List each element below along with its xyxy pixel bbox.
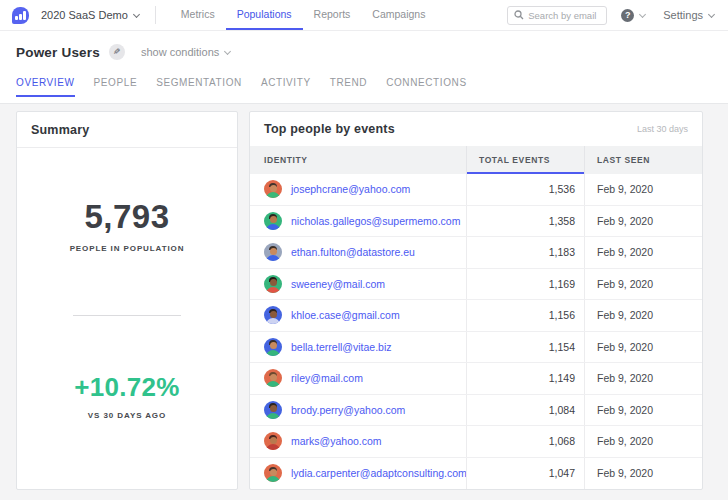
population-title: Power Users [16, 45, 100, 60]
identity-cell: brody.perry@yahoo.com [250, 395, 466, 426]
identity-cell: bella.terrell@vitae.biz [250, 332, 466, 363]
total-events-cell: 1,183 [466, 237, 584, 268]
show-conditions-toggle[interactable]: show conditions [141, 46, 230, 58]
person-email-link[interactable]: josephcrane@yahoo.com [291, 183, 410, 195]
top-navbar: 2020 SaaS Demo MetricsPopulationsReports… [0, 0, 728, 31]
identity-cell: sweeney@mail.com [250, 269, 466, 300]
table-row: riley@mail.com1,149Feb 9, 2020 [250, 363, 702, 395]
tab-overview[interactable]: OVERVIEW [16, 77, 75, 97]
search-input[interactable] [528, 10, 600, 21]
tab-segmentation[interactable]: SEGMENTATION [156, 77, 242, 97]
total-events-cell: 1,154 [466, 332, 584, 363]
person-email-link[interactable]: brody.perry@yahoo.com [291, 404, 405, 416]
column-header-total-events[interactable]: TOTAL EVENTS [466, 146, 584, 174]
chevron-down-icon [224, 47, 231, 54]
navbar-divider [155, 6, 156, 24]
bar-chart-icon [15, 16, 18, 20]
tab-activity[interactable]: ACTIVITY [261, 77, 311, 97]
table-row: lydia.carpenter@adaptconsulting.com1,047… [250, 458, 702, 490]
settings-menu[interactable]: Settings [663, 0, 714, 30]
column-header-identity[interactable]: IDENTITY [250, 146, 466, 174]
chevron-down-icon [708, 10, 715, 17]
column-header-last-seen[interactable]: LAST SEEN [584, 146, 702, 174]
last-seen-cell: Feb 9, 2020 [584, 332, 702, 363]
last-seen-cell: Feb 9, 2020 [584, 174, 702, 205]
account-switcher[interactable]: 2020 SaaS Demo [41, 0, 139, 30]
person-email-link[interactable]: ethan.fulton@datastore.eu [291, 246, 415, 258]
tab-trend[interactable]: TREND [330, 77, 367, 97]
table-row: ethan.fulton@datastore.eu1,183Feb 9, 202… [250, 237, 702, 269]
account-name: 2020 SaaS Demo [41, 9, 128, 21]
person-email-link[interactable]: marks@yahoo.com [291, 435, 382, 447]
help-icon: ? [621, 9, 634, 22]
avatar [264, 401, 282, 419]
identity-cell: nicholas.gallegos@supermemo.com [250, 206, 466, 237]
total-events-cell: 1,358 [466, 206, 584, 237]
summary-body: 5,793 PEOPLE IN POPULATION +10.72% VS 30… [17, 198, 237, 420]
nav-item-metrics[interactable]: Metrics [170, 0, 226, 30]
app-logo[interactable] [12, 7, 29, 24]
chevron-down-icon [639, 10, 646, 17]
last-seen-cell: Feb 9, 2020 [584, 458, 702, 490]
total-events-cell: 1,068 [466, 426, 584, 457]
total-events-cell: 1,169 [466, 269, 584, 300]
avatar [264, 180, 282, 198]
population-change: +10.72% [17, 372, 237, 403]
main-content: Summary 5,793 PEOPLE IN POPULATION +10.7… [0, 104, 728, 490]
population-count: 5,793 [17, 198, 237, 236]
total-events-cell: 1,084 [466, 395, 584, 426]
person-email-link[interactable]: sweeney@mail.com [291, 278, 385, 290]
avatar [264, 338, 282, 356]
avatar [264, 275, 282, 293]
table-row: bella.terrell@vitae.biz1,154Feb 9, 2020 [250, 332, 702, 364]
page-header: 2020 SaaS Demo MetricsPopulationsReports… [0, 0, 728, 104]
population-change-label: VS 30 DAYS AGO [17, 411, 237, 420]
table-header: IDENTITYTOTAL EVENTSLAST SEEN [250, 146, 702, 174]
avatar [264, 243, 282, 261]
person-email-link[interactable]: bella.terrell@vitae.biz [291, 341, 392, 353]
nav-item-campaigns[interactable]: Campaigns [361, 0, 436, 30]
last-seen-cell: Feb 9, 2020 [584, 300, 702, 331]
last-seen-cell: Feb 9, 2020 [584, 269, 702, 300]
total-events-cell: 1,149 [466, 363, 584, 394]
person-email-link[interactable]: nicholas.gallegos@supermemo.com [291, 215, 460, 227]
person-email-link[interactable]: riley@mail.com [291, 372, 363, 384]
population-count-label: PEOPLE IN POPULATION [17, 244, 237, 253]
total-events-cell: 1,156 [466, 300, 584, 331]
last-seen-cell: Feb 9, 2020 [584, 237, 702, 268]
summary-divider [73, 315, 181, 316]
identity-cell: ethan.fulton@datastore.eu [250, 237, 466, 268]
pencil-icon: ✎ [113, 48, 121, 57]
person-email-link[interactable]: lydia.carpenter@adaptconsulting.com [291, 467, 466, 479]
person-email-link[interactable]: khloe.case@gmail.com [291, 309, 400, 321]
top-people-title: Top people by events [264, 122, 395, 136]
summary-panel: Summary 5,793 PEOPLE IN POPULATION +10.7… [16, 111, 238, 490]
nav-item-populations[interactable]: Populations [226, 0, 303, 30]
top-people-panel: Top people by events Last 30 days IDENTI… [249, 111, 703, 490]
avatar [264, 432, 282, 450]
chevron-down-icon [133, 10, 140, 17]
tab-people[interactable]: PEOPLE [94, 77, 138, 97]
identity-cell: riley@mail.com [250, 363, 466, 394]
summary-title: Summary [31, 123, 89, 137]
table-row: nicholas.gallegos@supermemo.com1,358Feb … [250, 206, 702, 238]
population-header: Power Users ✎ show conditions [0, 43, 728, 61]
avatar [264, 464, 282, 482]
tab-connections[interactable]: CONNECTIONS [386, 77, 467, 97]
identity-cell: lydia.carpenter@adaptconsulting.com [250, 458, 466, 490]
table-body: josephcrane@yahoo.com1,536Feb 9, 2020nic… [250, 174, 702, 489]
edit-population-button[interactable]: ✎ [109, 44, 125, 60]
primary-nav: MetricsPopulationsReportsCampaigns [170, 0, 437, 30]
table-row: josephcrane@yahoo.com1,536Feb 9, 2020 [250, 174, 702, 206]
avatar [264, 306, 282, 324]
help-menu[interactable]: ? [621, 0, 645, 30]
search-icon [514, 10, 524, 20]
avatar [264, 212, 282, 230]
total-events-cell: 1,536 [466, 174, 584, 205]
last-seen-cell: Feb 9, 2020 [584, 426, 702, 457]
last-seen-cell: Feb 9, 2020 [584, 206, 702, 237]
settings-label: Settings [663, 9, 703, 21]
table-row: brody.perry@yahoo.com1,084Feb 9, 2020 [250, 395, 702, 427]
nav-item-reports[interactable]: Reports [303, 0, 362, 30]
table-row: khloe.case@gmail.com1,156Feb 9, 2020 [250, 300, 702, 332]
